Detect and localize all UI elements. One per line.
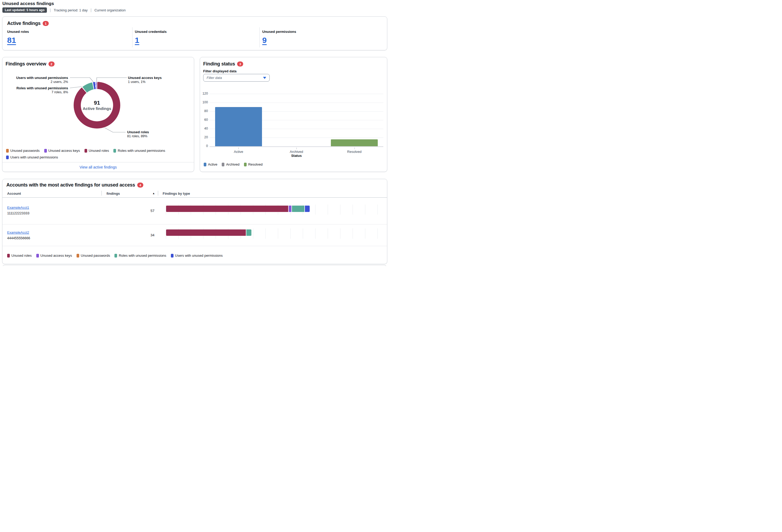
- legend-swatch-icon: [222, 163, 224, 166]
- next-card-edge: [2, 265, 387, 266]
- sort-ascending-icon[interactable]: ▲: [152, 192, 155, 195]
- x-axis-tick: [354, 148, 355, 149]
- legend-item: Active: [204, 163, 217, 166]
- legend-label: Roles with unused permissions: [118, 149, 165, 153]
- callout-detail: 7 roles, 8%: [16, 90, 68, 94]
- legend-item: Unused roles: [7, 253, 32, 257]
- callout-title: Unused roles: [127, 130, 149, 134]
- findings-by-type-bar: [166, 228, 378, 239]
- bar-segment-unused-access-keys: [289, 206, 291, 212]
- last-updated-badge: Last updated: 5 hours ago: [2, 7, 47, 13]
- bar-segment-unused-roles: [166, 206, 288, 212]
- legend-swatch-icon: [7, 254, 10, 257]
- legend-swatch-icon: [84, 149, 87, 153]
- y-axis-tick-label: 80: [200, 109, 208, 113]
- column-header-account: Account: [7, 191, 21, 196]
- unused-permissions-count-link[interactable]: 9: [262, 36, 267, 45]
- bar-resolved: [331, 139, 378, 146]
- callout-title: Roles with unused permissions: [16, 86, 68, 90]
- donut-center-label: 91 Active findings: [74, 82, 120, 129]
- view-all-active-findings-link[interactable]: View all active findings: [2, 165, 194, 169]
- column-divider: [259, 27, 260, 47]
- x-axis-category-label: Active: [210, 150, 268, 154]
- legend-label: Unused access keys: [48, 149, 80, 153]
- metric-label: Unused roles: [7, 30, 29, 34]
- chevron-down-icon: [263, 77, 266, 79]
- legend-swatch-icon: [113, 149, 116, 153]
- findings-overview-card: Findings overview 2 91 Active findings U…: [2, 57, 194, 172]
- accounts-legend: Unused rolesUnused access keysUnused pas…: [7, 253, 223, 257]
- organization-label: Current organization: [94, 8, 126, 12]
- findings-count: 34: [139, 233, 154, 237]
- legend-swatch-icon: [36, 254, 39, 257]
- legend-item: Resolved: [244, 163, 262, 166]
- legend-label: Roles with unused permissions: [119, 253, 166, 257]
- x-axis-tick: [296, 148, 297, 149]
- legend-swatch-icon: [244, 163, 247, 166]
- column-header-findings[interactable]: findings: [106, 191, 120, 196]
- unused-credentials-count-link[interactable]: 1: [135, 36, 139, 45]
- callout-roles-with-unused-permissions: Roles with unused permissions 7 roles, 8…: [16, 86, 68, 94]
- tracking-period-label: Tracking period: 1 day: [54, 8, 88, 12]
- callout-users-with-unused-permissions: Users with unused permissions 2 users, 2…: [16, 76, 68, 84]
- findings-overview-title: Findings overview: [6, 61, 46, 67]
- metric-label: Unused permissions: [262, 30, 296, 34]
- findings-by-type-bar: [166, 205, 378, 215]
- x-axis-baseline: [210, 146, 383, 147]
- metric-unused-permissions: Unused permissions 9: [262, 30, 296, 45]
- account-link[interactable]: ExampleAcct2: [7, 230, 29, 235]
- filter-data-select[interactable]: Filter data: [203, 74, 270, 82]
- y-axis-tick-label: 120: [200, 92, 208, 95]
- account-link[interactable]: ExampleAcct1: [7, 206, 29, 210]
- legend-label: Unused roles: [11, 253, 32, 257]
- callout-detail: 81 roles, 89%: [127, 134, 149, 138]
- status-axis-title: Status: [210, 154, 383, 157]
- legend-item: Archived: [222, 163, 240, 166]
- callout-title: Users with unused permissions: [16, 76, 68, 80]
- header-divider: [158, 191, 158, 196]
- findings-count: 57: [139, 209, 154, 213]
- unused-access-findings-dashboard: Unused access findings Last updated: 5 h…: [0, 0, 391, 266]
- callout-detail: 2 users, 2%: [16, 80, 68, 84]
- legend-label: Users with unused permissions: [175, 253, 223, 257]
- bar-segment-users-with-unused-permissions: [305, 206, 310, 212]
- column-header-findings-by-type: Findings by type: [163, 191, 190, 196]
- legend-label: Unused passwords: [10, 149, 40, 153]
- page-title: Unused access findings: [2, 1, 54, 6]
- active-findings-title: Active findings: [7, 21, 40, 26]
- legend-swatch-icon: [114, 254, 117, 257]
- callout-badge-3: 3: [237, 62, 243, 67]
- callout-unused-access-keys: Unused access keys 1 users, 1%: [128, 76, 162, 84]
- legend-label: Users with unused permissions: [10, 155, 58, 159]
- callout-badge-1: 1: [43, 21, 49, 26]
- legend-label: Resolved: [248, 163, 262, 166]
- legend-item: Unused passwords: [77, 253, 110, 257]
- filter-displayed-data-label: Filter displayed data: [203, 69, 237, 73]
- callout-title: Unused access keys: [128, 76, 162, 80]
- x-axis-category-label: Resolved: [325, 150, 383, 154]
- legend-item: Roles with unused permissions: [113, 149, 165, 153]
- y-axis-tick-label: 20: [200, 135, 208, 139]
- meta-separator: |: [50, 8, 51, 12]
- bar-segment-unused-roles: [166, 229, 246, 236]
- account-id: 444455556666: [7, 236, 30, 240]
- y-axis-tick-label: 0: [200, 144, 208, 148]
- accounts-most-findings-card: Accounts with the most active findings f…: [2, 179, 387, 264]
- callout-badge-2: 2: [48, 62, 55, 67]
- row-divider: [2, 224, 387, 224]
- legend-label: Unused passwords: [81, 253, 110, 257]
- bar-segment-roles-with-unused-permissions: [246, 229, 251, 236]
- bar-active: [215, 107, 262, 146]
- y-axis-tick-label: 60: [200, 118, 208, 121]
- filter-data-placeholder: Filter data: [207, 76, 222, 80]
- meta-separator: |: [91, 8, 92, 12]
- legend-item: Unused access keys: [36, 253, 72, 257]
- legend-swatch-icon: [6, 155, 9, 159]
- y-axis-tick-label: 100: [200, 100, 208, 104]
- callout-unused-roles: Unused roles 81 roles, 89%: [127, 130, 149, 138]
- x-axis-category-label: Archived: [268, 150, 326, 154]
- legend-label: Active: [208, 163, 217, 166]
- legend-swatch-icon: [6, 149, 9, 153]
- unused-roles-count-link[interactable]: 81: [7, 36, 16, 45]
- finding-status-legend: ActiveArchivedResolved: [204, 163, 262, 166]
